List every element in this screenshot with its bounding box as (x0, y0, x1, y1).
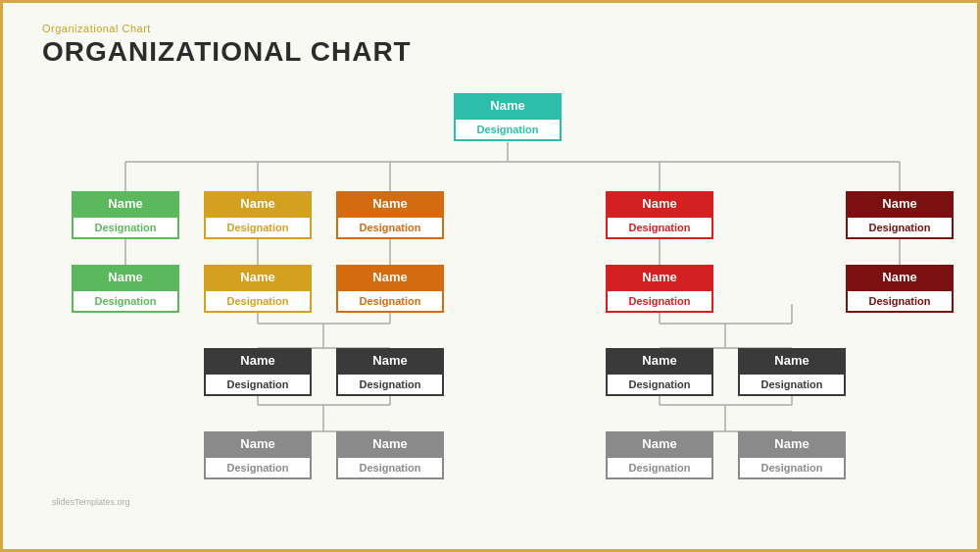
node-l2-3[interactable]: Name Designation (336, 265, 444, 313)
node-l2-5[interactable]: Name Designation (846, 265, 954, 313)
node-l1-5[interactable]: Name Designation (846, 191, 954, 239)
node-l4-3[interactable]: Name Designation (606, 431, 713, 479)
chart-area: Name Designation Name Designation Name D… (42, 83, 938, 515)
node-l4-2[interactable]: Name Designation (336, 431, 444, 479)
page: Organizational Chart ORGANIZATIONAL CHAR… (3, 3, 977, 549)
node-l3-1[interactable]: Name Designation (204, 348, 312, 396)
node-root-designation: Designation (454, 118, 562, 141)
node-root-name: Name (454, 93, 562, 118)
node-l1-1[interactable]: Name Designation (72, 191, 179, 239)
node-root[interactable]: Name Designation (454, 93, 562, 141)
node-l3-3[interactable]: Name Designation (606, 348, 713, 396)
watermark: slidesTemplates.org (52, 497, 130, 507)
node-l2-2[interactable]: Name Designation (204, 265, 312, 313)
node-l3-2[interactable]: Name Designation (336, 348, 444, 396)
node-l3-4[interactable]: Name Designation (738, 348, 846, 396)
node-l1-4[interactable]: Name Designation (606, 191, 713, 239)
node-l1-2[interactable]: Name Designation (204, 191, 312, 239)
node-l2-4[interactable]: Name Designation (606, 265, 713, 313)
node-l4-1[interactable]: Name Designation (204, 431, 312, 479)
main-title: ORGANIZATIONAL CHART (42, 36, 938, 68)
subtitle: Organizational Chart (42, 23, 938, 34)
node-l4-4[interactable]: Name Designation (738, 431, 846, 479)
node-l1-3[interactable]: Name Designation (336, 191, 444, 239)
node-l2-1[interactable]: Name Designation (72, 265, 179, 313)
